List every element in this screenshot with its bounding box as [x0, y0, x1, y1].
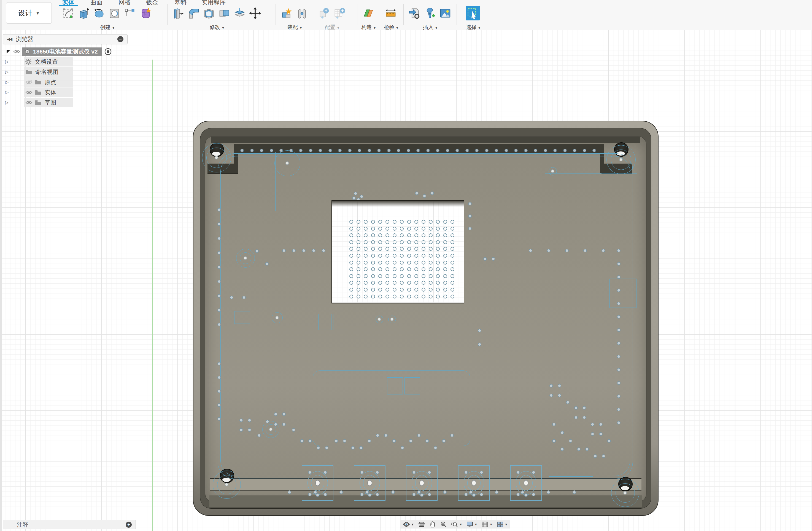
- select-icon[interactable]: [466, 6, 480, 20]
- activate-component-radio[interactable]: [104, 48, 112, 55]
- add-comment-button[interactable]: +: [126, 522, 132, 528]
- browser-item-实体[interactable]: ▷实体: [3, 87, 128, 97]
- construct-plane-icon[interactable]: [361, 6, 375, 20]
- vent-hole: [495, 149, 498, 152]
- via-dot: [352, 196, 356, 200]
- grid-hole-circle: [371, 220, 375, 224]
- grid-hole-circle: [386, 240, 389, 244]
- viewports-button[interactable]: ▼: [496, 521, 508, 528]
- design-workspace-dropdown[interactable]: 设计 ▼: [6, 2, 52, 24]
- toolbar-group-label-选择[interactable]: 选择 ▼: [466, 24, 481, 31]
- expand-arrow-icon[interactable]: ▷: [3, 69, 11, 74]
- toolbar-group-label-修改[interactable]: 修改 ▼: [171, 24, 263, 31]
- via-dot: [492, 257, 495, 261]
- new-component-icon[interactable]: [279, 6, 294, 20]
- measure-icon[interactable]: [383, 6, 398, 20]
- grid-hole-circle: [436, 267, 440, 271]
- via-dot: [561, 431, 564, 434]
- expand-arrow-icon[interactable]: ▷: [3, 80, 11, 85]
- chevron-down-icon[interactable]: ▼: [490, 523, 493, 526]
- toolbar-group-label-创建[interactable]: 创建 ▼: [61, 24, 154, 31]
- toolbar-group-label-装配[interactable]: 装配 ▼: [279, 24, 310, 31]
- via-dot: [401, 446, 404, 450]
- configure-icon[interactable]: [317, 6, 331, 20]
- collapse-triangle-icon[interactable]: [6, 50, 11, 54]
- eye-off-icon[interactable]: [25, 80, 32, 85]
- pan-button[interactable]: [429, 521, 436, 528]
- expand-arrow-icon[interactable]: ▷: [3, 100, 11, 105]
- chevron-down-icon[interactable]: ▼: [411, 523, 414, 526]
- via-dot: [434, 446, 437, 450]
- minimize-panel-button[interactable]: −: [117, 36, 124, 42]
- case-ledge-strip: [211, 137, 640, 143]
- browser-panel-header[interactable]: ◀◀ 浏览器 −: [3, 34, 128, 44]
- look-at-button[interactable]: [418, 521, 425, 528]
- browser-root-selection[interactable]: 18650电池容量测试仪 v2: [22, 47, 102, 56]
- browser-item-label: 命名视图: [35, 68, 58, 76]
- browser-item-命名视图[interactable]: ▷命名视图: [3, 67, 128, 77]
- pad-corner-dot: [323, 471, 327, 474]
- insert-fastener-icon[interactable]: [423, 6, 437, 20]
- expand-arrow-icon[interactable]: ▷: [3, 59, 11, 64]
- chevron-down-icon[interactable]: ▼: [459, 523, 462, 526]
- via-dot: [255, 249, 259, 253]
- ribbon-toolbar: 设计 ▼ 实体曲面网格钣金塑料实用程序 创建 ▼修改 ▼装配 ▼配置 ▼构造 ▼…: [0, 0, 812, 30]
- eye-icon[interactable]: [25, 100, 32, 105]
- grid-hole-circle: [386, 288, 389, 292]
- eye-icon[interactable]: [13, 49, 20, 54]
- vent-hole: [543, 149, 547, 152]
- browser-item-label: 文档设置: [35, 58, 58, 66]
- canvas-icon[interactable]: [438, 6, 452, 20]
- zoom-button[interactable]: [440, 521, 447, 528]
- grid-hole-circle: [436, 233, 440, 237]
- grid-hole-circle: [349, 220, 353, 224]
- window-wall-shadow: [332, 201, 464, 207]
- toolbar-group-label-检验[interactable]: 检验 ▼: [383, 24, 399, 31]
- expand-arrow-icon[interactable]: ▷: [3, 90, 11, 95]
- collapse-panel-icon[interactable]: ◀◀: [7, 37, 12, 42]
- insert-derive-icon[interactable]: [407, 6, 422, 20]
- 3d-model-18650-case[interactable]: [193, 121, 658, 516]
- create-form-icon[interactable]: [138, 6, 153, 20]
- shell-icon[interactable]: [202, 6, 216, 20]
- offset-face-icon[interactable]: [233, 6, 247, 20]
- rectangular-pattern-icon[interactable]: [123, 6, 137, 20]
- chevron-down-icon[interactable]: ▼: [475, 523, 478, 526]
- move-copy-icon[interactable]: [248, 6, 262, 20]
- orbit-button[interactable]: ▼: [403, 521, 414, 528]
- via-dot: [248, 428, 251, 432]
- grid-hole-circle: [378, 227, 382, 230]
- grid-settings-button[interactable]: ▼: [481, 521, 493, 528]
- press-pull-icon[interactable]: [171, 6, 185, 20]
- grid-hole-circle: [400, 254, 404, 257]
- fillet-icon[interactable]: [186, 6, 201, 20]
- browser-item-草图[interactable]: ▷草图: [3, 97, 128, 108]
- via-dot: [240, 428, 243, 432]
- folder-icon: [35, 90, 41, 95]
- revolve-icon[interactable]: [92, 6, 106, 20]
- joint-icon[interactable]: [295, 6, 309, 20]
- toolbar-group-label-插入[interactable]: 插入 ▼: [407, 24, 453, 31]
- pad-corner-dot: [464, 471, 468, 474]
- zoom-window-button[interactable]: ▼: [451, 521, 462, 528]
- grid-hole-circle: [415, 274, 418, 278]
- create-sketch-icon[interactable]: [61, 6, 75, 20]
- pad-corner-dot: [464, 493, 468, 496]
- browser-item-原点[interactable]: ▷原点: [3, 77, 128, 87]
- comments-bar[interactable]: 注释 +: [3, 520, 136, 529]
- eye-icon[interactable]: [25, 90, 32, 95]
- hole-icon[interactable]: [107, 6, 122, 20]
- chevron-down-icon[interactable]: ▼: [505, 523, 508, 526]
- sketch-rectangle: [609, 279, 637, 308]
- grid-hole-circle: [443, 295, 447, 298]
- grid-hole-circle: [436, 220, 440, 224]
- combine-icon[interactable]: [217, 6, 231, 20]
- via-dot: [617, 328, 621, 332]
- toolbar-group-label-配置[interactable]: 配置 ▼: [317, 24, 348, 31]
- extrude-icon[interactable]: [77, 6, 91, 20]
- browser-item-文档设置[interactable]: ▷文档设置: [3, 57, 128, 67]
- configuration-table-icon[interactable]: [332, 6, 347, 20]
- browser-root-row[interactable]: 18650电池容量测试仪 v2: [3, 46, 128, 57]
- toolbar-group-label-构造[interactable]: 构造 ▼: [361, 24, 376, 31]
- display-settings-button[interactable]: ▼: [466, 521, 478, 528]
